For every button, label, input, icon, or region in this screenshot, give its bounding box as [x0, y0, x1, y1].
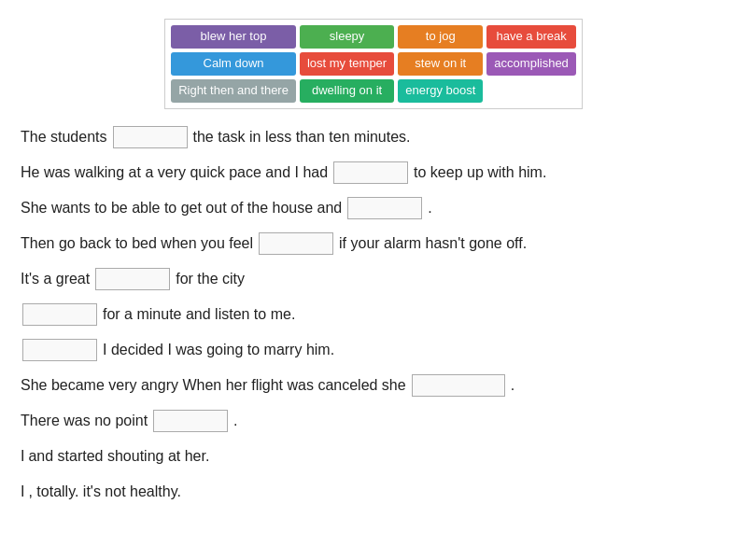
- word-chip-stew-on-it[interactable]: stew on it: [398, 52, 483, 76]
- text-segment: , totally. it's not healthy.: [28, 481, 180, 503]
- word-chip-lost-my-temper[interactable]: lost my temper: [300, 52, 394, 76]
- sentence-s4: Then go back to bed when you feelif your…: [19, 232, 728, 255]
- sentences-container: The studentsthe task in less than ten mi…: [19, 126, 728, 503]
- text-segment: and started shouting at her.: [28, 445, 209, 468]
- text-segment: to keep up with him.: [414, 161, 546, 184]
- text-segment: .: [233, 410, 237, 432]
- text-segment: She became very angry When her flight wa…: [21, 374, 406, 397]
- word-chip-blew-her-top[interactable]: blew her top: [171, 25, 296, 49]
- word-chip-energy-boost[interactable]: energy boost: [398, 79, 483, 103]
- text-segment: I: [21, 445, 24, 468]
- blank-s5[interactable]: [95, 268, 170, 290]
- text-segment: I decided I was going to marry him.: [103, 339, 334, 361]
- sentence-s1: The studentsthe task in less than ten mi…: [19, 126, 728, 148]
- text-segment: .: [511, 374, 514, 397]
- word-bank: blew her topsleepyto joghave a breakCalm…: [164, 19, 583, 109]
- text-segment: The students: [21, 126, 107, 148]
- word-chip-have-a-break[interactable]: have a break: [486, 25, 576, 49]
- blank-s1[interactable]: [113, 126, 188, 148]
- blank-s2[interactable]: [333, 161, 408, 184]
- word-chip-to-jog[interactable]: to jog: [398, 25, 483, 49]
- text-segment: .: [428, 197, 431, 219]
- text-segment: the task in less than ten minutes.: [193, 126, 411, 148]
- word-chip-dwelling-on-it[interactable]: dwelling on it: [300, 79, 394, 103]
- blank-s8[interactable]: [412, 374, 505, 397]
- word-chip-accomplished[interactable]: accomplished: [486, 52, 576, 76]
- sentence-s7: I decided I was going to marry him.: [19, 339, 728, 361]
- sentence-s11: I, totally. it's not healthy.: [19, 481, 728, 503]
- text-segment: Then go back to bed when you feel: [21, 232, 253, 255]
- blank-s7[interactable]: [22, 339, 97, 361]
- blank-s3[interactable]: [347, 197, 422, 219]
- text-segment: if your alarm hasn't gone off.: [339, 232, 527, 255]
- text-segment: It's a great: [21, 268, 90, 290]
- sentence-s5: It's a greatfor the city: [19, 268, 728, 290]
- word-chip-right-then-and-there[interactable]: Right then and there: [171, 79, 296, 103]
- text-segment: There was no point: [21, 410, 148, 432]
- sentence-s9: There was no point.: [19, 410, 728, 432]
- sentence-s10: Iand started shouting at her.: [19, 445, 728, 468]
- word-chip-sleepy[interactable]: sleepy: [300, 25, 394, 49]
- text-segment: for the city: [176, 268, 245, 290]
- sentence-s2: He was walking at a very quick pace and …: [19, 161, 728, 184]
- blank-s6[interactable]: [22, 303, 97, 326]
- text-segment: He was walking at a very quick pace and …: [21, 161, 328, 184]
- text-segment: for a minute and listen to me.: [103, 303, 295, 326]
- sentence-s6: for a minute and listen to me.: [19, 303, 728, 326]
- blank-s4[interactable]: [259, 232, 333, 255]
- sentence-s3: She wants to be able to get out of the h…: [19, 197, 728, 219]
- text-segment: I: [21, 481, 24, 503]
- text-segment: She wants to be able to get out of the h…: [21, 197, 342, 219]
- sentence-s8: She became very angry When her flight wa…: [19, 374, 728, 397]
- word-chip-calm-down[interactable]: Calm down: [171, 52, 296, 76]
- blank-s9[interactable]: [153, 410, 228, 432]
- word-bank-container: blew her topsleepyto joghave a breakCalm…: [19, 19, 728, 109]
